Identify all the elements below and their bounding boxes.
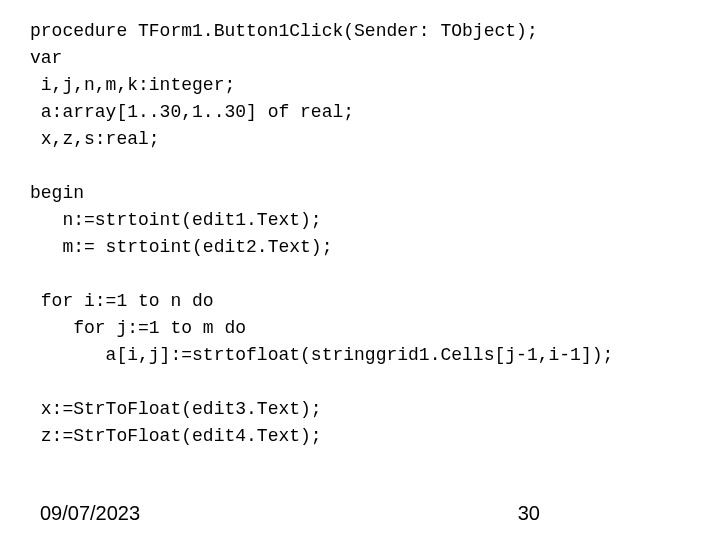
code-block: procedure TForm1.Button1Click(Sender: TO… — [30, 18, 690, 450]
footer-page-number: 30 — [518, 498, 540, 528]
slide-footer: 09/07/2023 30 — [40, 498, 680, 528]
footer-date: 09/07/2023 — [40, 498, 140, 528]
